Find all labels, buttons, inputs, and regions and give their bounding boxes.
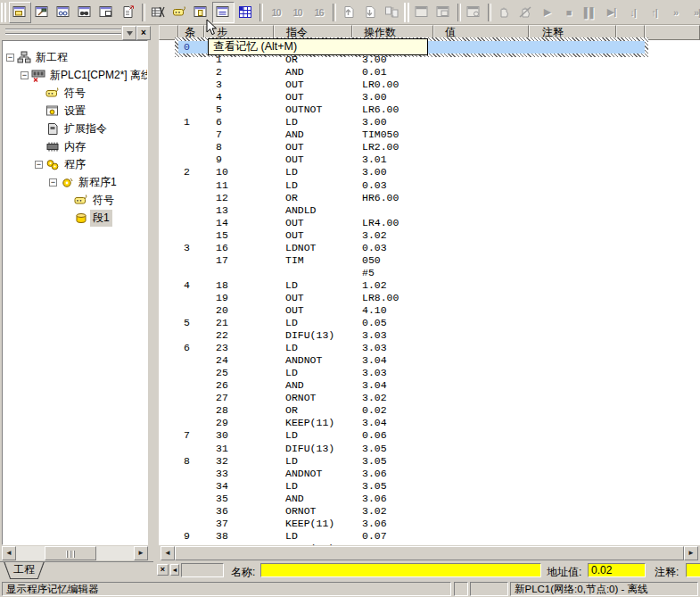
mnemonic-row[interactable]: 521LD0.05 bbox=[178, 317, 645, 329]
tree-item-section1[interactable]: 段1 bbox=[3, 209, 147, 227]
table-hscrollbar[interactable]: ◄ ► bbox=[159, 546, 700, 560]
mnemonic-row[interactable]: 15OUT3.02 bbox=[178, 229, 645, 242]
force-off-button[interactable] bbox=[515, 3, 536, 22]
tree-expander-icon[interactable]: − bbox=[6, 54, 14, 62]
scan-run-button[interactable]: »| bbox=[687, 3, 700, 22]
mnemonic-row[interactable]: 26AND3.04 bbox=[178, 379, 645, 392]
mnemonic-row[interactable]: 8OUTLR2.00 bbox=[178, 141, 645, 153]
mnemonic-row[interactable]: 16LD3.00 bbox=[178, 116, 645, 129]
view-mnemonics-button[interactable] bbox=[148, 3, 169, 22]
mnemonic-row[interactable]: 9OUT3.01 bbox=[178, 153, 645, 166]
workspace-gripper[interactable]: × bbox=[2, 26, 148, 39]
mnemonic-row[interactable]: 623LD3.03 bbox=[178, 342, 645, 354]
mnemonic-row[interactable]: 17TIM050 bbox=[178, 254, 645, 267]
compare-with-plc-button[interactable] bbox=[382, 3, 402, 22]
scroll-left-arrow-icon[interactable]: ◄ bbox=[161, 546, 175, 560]
tree-item-expansion-instructions[interactable]: 扩展指令 bbox=[3, 120, 147, 137]
scroll-right-arrow-icon[interactable]: ► bbox=[684, 546, 698, 560]
monitor-decimal-button[interactable]: 10 bbox=[266, 3, 286, 22]
mnemonic-row[interactable]: 938LD0.07 bbox=[178, 530, 645, 543]
mnemonic-row[interactable]: 24ANDNOT3.04 bbox=[178, 354, 645, 367]
workspace-close-button[interactable]: × bbox=[136, 26, 151, 40]
scroll-right-arrow-icon[interactable]: ► bbox=[134, 546, 148, 560]
mnemonic-row[interactable]: 34LD3.05 bbox=[178, 480, 645, 493]
view-symbols-button[interactable] bbox=[169, 3, 190, 22]
monitor-hex-button[interactable]: 16 bbox=[309, 3, 329, 22]
mnemonic-row[interactable]: 36ORNOT3.02 bbox=[178, 505, 645, 518]
mnemonic-row[interactable]: 1OR3.00 bbox=[178, 54, 645, 66]
toolbar-grip[interactable] bbox=[1, 3, 7, 22]
stop-button[interactable]: ■ bbox=[558, 3, 579, 22]
mnemonic-row[interactable]: 12ORHR6.00 bbox=[178, 192, 645, 204]
transfer-from-plc-button[interactable] bbox=[360, 3, 381, 22]
work-online-button[interactable] bbox=[412, 3, 432, 22]
mnemonic-row[interactable]: 3OUTLR0.00 bbox=[178, 79, 645, 91]
mnemonic-row[interactable]: 5OUTNOTLR6.00 bbox=[178, 104, 645, 116]
comment-input[interactable] bbox=[686, 563, 700, 577]
tree-expander-icon[interactable]: − bbox=[35, 161, 43, 169]
scroll-left-arrow-icon[interactable]: ◄ bbox=[2, 546, 16, 560]
workspace-pin-button[interactable] bbox=[122, 26, 136, 40]
mnemonic-row[interactable]: 25LD3.03 bbox=[178, 367, 645, 379]
scroll-thumb[interactable] bbox=[175, 546, 684, 560]
mnemonic-row[interactable]: 31DIFU(13)3.05 bbox=[178, 443, 645, 455]
pause-button[interactable]: ▌▌ bbox=[580, 3, 600, 22]
monitor-mode-button[interactable] bbox=[464, 3, 484, 22]
mnemonic-row[interactable]: 418LD1.02 bbox=[178, 279, 645, 292]
mnemonic-row[interactable]: 2AND0.01 bbox=[178, 66, 645, 79]
mnemonic-row[interactable]: 22DIFU(13)3.03 bbox=[178, 329, 645, 342]
toolbar-grip[interactable] bbox=[404, 3, 410, 22]
step-run-button[interactable]: ▶| bbox=[601, 3, 622, 22]
tree-item-new-plc1[interactable]: −新PLC1[CPM2*] 离线 bbox=[3, 66, 147, 84]
tree-item-memory[interactable]: 内存 bbox=[3, 137, 147, 155]
transfer-to-plc-button[interactable] bbox=[339, 3, 359, 22]
tree-item-new-program1[interactable]: −新程序1 bbox=[3, 173, 147, 191]
view-io-table-button[interactable] bbox=[235, 3, 256, 22]
mnemonic-row[interactable]: 730LD0.06 bbox=[178, 429, 645, 442]
continuous-step-button[interactable]: » bbox=[665, 3, 686, 22]
mnemonic-row[interactable]: 832LD3.05 bbox=[178, 455, 645, 468]
mnemonic-row[interactable]: 27ORNOT3.02 bbox=[178, 392, 645, 404]
step-out-button[interactable]: ↑| bbox=[644, 3, 664, 22]
toggle-project-workspace-button[interactable] bbox=[9, 2, 31, 23]
properties-button[interactable] bbox=[118, 3, 138, 22]
tree-item-symbols[interactable]: 符号 bbox=[3, 84, 147, 102]
mnemonic-row[interactable]: 28OR0.02 bbox=[178, 404, 645, 417]
mnemonic-row[interactable]: 35AND3.06 bbox=[178, 493, 645, 505]
run-button[interactable]: ▶ bbox=[537, 3, 557, 22]
mnemonic-row[interactable]: 19OUTLR8.00 bbox=[178, 292, 645, 304]
mnemonic-row[interactable]: 37KEEP(11)3.06 bbox=[178, 518, 645, 530]
tree-item-programs[interactable]: −程序 bbox=[3, 155, 147, 173]
address-input[interactable] bbox=[588, 563, 646, 577]
scroll-thumb[interactable] bbox=[45, 546, 96, 560]
tree-expander-icon[interactable]: − bbox=[49, 178, 57, 187]
work-online-simulator-button[interactable] bbox=[433, 3, 454, 22]
monitor-signed-decimal-button[interactable]: 10 bbox=[287, 3, 308, 22]
toggle-cross-reference-button[interactable] bbox=[75, 3, 95, 22]
mnemonic-row[interactable]: 20OUT4.10 bbox=[178, 304, 645, 317]
mnemonic-row[interactable]: #5 bbox=[178, 267, 645, 279]
mnemonic-row[interactable]: 33ANDNOT3.06 bbox=[178, 468, 645, 480]
mnemonic-row[interactable]: 210LD3.00 bbox=[178, 166, 645, 178]
mnemonic-row[interactable]: 11LD0.03 bbox=[178, 179, 645, 192]
step-into-button[interactable]: ↓| bbox=[622, 3, 643, 22]
toggle-watch-window-button[interactable] bbox=[54, 3, 74, 22]
mnemonic-row[interactable]: 7ANDTIM050 bbox=[178, 129, 645, 141]
tab-project[interactable]: 工程 bbox=[4, 562, 45, 579]
mnemonic-row[interactable]: 316LDNOT0.03 bbox=[178, 242, 645, 254]
mnemonic-row[interactable]: 39DIFU(13)3.07 bbox=[178, 543, 645, 545]
toggle-output-window-button[interactable] bbox=[32, 3, 53, 22]
editbar-close-button[interactable]: × bbox=[157, 564, 169, 576]
mnemonic-row[interactable]: 13ANDLD bbox=[178, 204, 645, 217]
tree-item-settings[interactable]: 设置 bbox=[3, 102, 147, 120]
mnemonic-row[interactable]: 14OUTLR4.00 bbox=[178, 217, 645, 229]
mnemonic-row[interactable]: 29KEEP(11)3.04 bbox=[178, 417, 645, 429]
tree-item-program-symbols[interactable]: 符号 bbox=[3, 191, 147, 209]
name-input[interactable] bbox=[260, 563, 541, 577]
editbar-prev-button[interactable]: ◄ bbox=[170, 564, 179, 576]
mnemonic-row[interactable]: 4OUT3.00 bbox=[178, 91, 645, 104]
force-on-button[interactable] bbox=[494, 3, 515, 22]
tree-item-new-project[interactable]: −新工程 bbox=[3, 48, 147, 66]
tree-expander-icon[interactable]: − bbox=[21, 71, 29, 79]
toggle-address-reference-button[interactable] bbox=[96, 3, 117, 22]
